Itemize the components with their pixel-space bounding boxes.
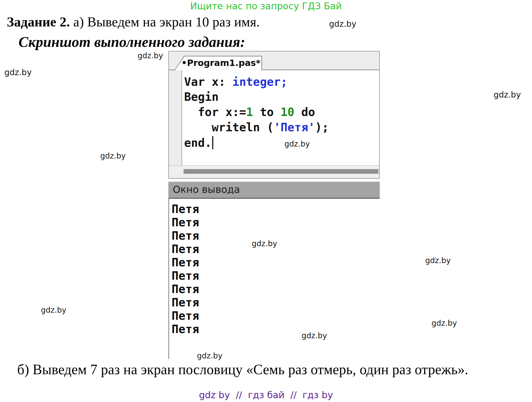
- screenshot-caption: Скриншот выполненного задания:: [19, 33, 245, 51]
- output-line: Петя: [172, 216, 380, 230]
- code-line: for x:=1 to 10 do: [184, 106, 315, 119]
- watermark: gdz.by: [431, 319, 457, 328]
- watermark: gdz.by: [329, 19, 356, 29]
- editor-gutter: [169, 70, 182, 166]
- watermark: gdz.by: [41, 306, 66, 315]
- output-line: Петя: [172, 310, 380, 323]
- output-window-header: Окно вывода: [168, 181, 380, 199]
- code-line: Begin: [184, 90, 218, 103]
- horizontal-scrollbar-thumb[interactable]: [184, 169, 378, 174]
- watermark: gdz.by: [425, 256, 451, 265]
- watermark: gdz.by: [494, 90, 521, 99]
- code-line: writeln ('Петя');: [184, 121, 329, 134]
- output-line: Петя: [172, 296, 380, 310]
- watermark: gdz.by: [302, 331, 327, 340]
- editor-tab-label: •Program1.pas*: [174, 56, 262, 70]
- output-line: Петя: [172, 256, 380, 270]
- task-number: Задание 2.: [7, 14, 70, 29]
- watermark: gdz.by: [138, 51, 163, 60]
- code-line: Var x: integer;: [184, 75, 287, 89]
- output-line: Петя: [172, 203, 380, 216]
- text-cursor: [212, 136, 213, 149]
- task-text: а) Выведем на экран 10 раз имя.: [70, 14, 260, 29]
- output-line: Петя: [172, 283, 380, 296]
- promo-banner: Ищите нас по запросу ГДЗ Бай: [0, 1, 532, 11]
- watermark: gdz.by: [100, 151, 126, 160]
- output-line: Петя: [172, 323, 380, 336]
- page: Ищите нас по запросу ГДЗ Бай Задание 2. …: [0, 0, 532, 402]
- watermark: gdz.by: [4, 68, 32, 77]
- task-b-text: б) Выведем 7 раз на экран пословицу «Сем…: [17, 361, 532, 378]
- output-window-body: ПетяПетяПетяПетяПетяПетяПетяПетяПетяПетя: [168, 199, 380, 359]
- horizontal-scrollbar: [169, 165, 379, 178]
- code-line: end.: [184, 136, 213, 150]
- footer-links: gdz by // гдз бай // гдз by: [0, 389, 532, 400]
- output-line: Петя: [172, 270, 380, 283]
- code-editor[interactable]: Var x: integer;Begin for x:=1 to 10 do w…: [169, 70, 379, 166]
- watermark: gdz.by: [252, 239, 277, 248]
- output-window-title: Окно вывода: [168, 182, 380, 197]
- watermark: gdz.by: [284, 139, 310, 148]
- task-heading: Задание 2. а) Выведем на экран 10 раз им…: [7, 14, 361, 30]
- watermark: gdz.by: [197, 351, 223, 360]
- editor-tab-program1[interactable]: •Program1.pas*: [174, 56, 262, 70]
- pascal-ide-editor-panel: •Program1.pas* Var x: integer;Begin for …: [168, 51, 380, 179]
